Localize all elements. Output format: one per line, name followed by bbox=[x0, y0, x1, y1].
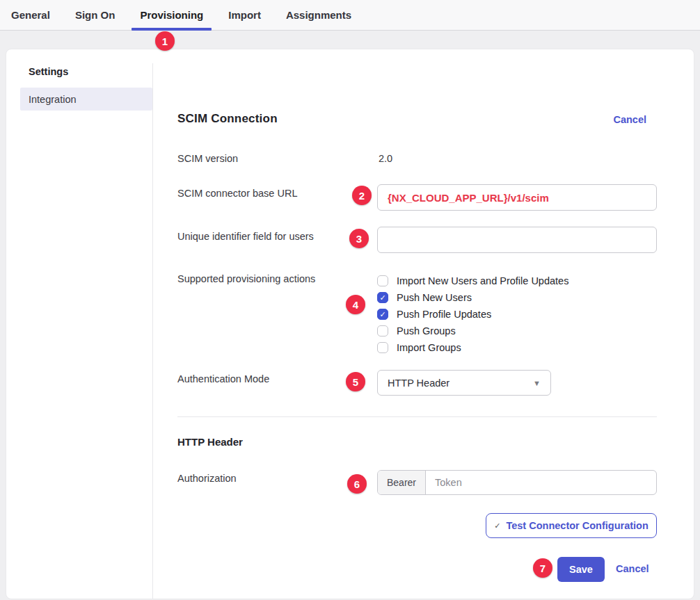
sidebar-heading-settings: Settings bbox=[29, 66, 68, 77]
checkbox-label: Push Profile Updates bbox=[397, 309, 491, 320]
checkbox-label: Import New Users and Profile Updates bbox=[397, 275, 568, 286]
tab-assignments[interactable]: Assignments bbox=[286, 0, 351, 30]
annotation-step-badge-2: 2 bbox=[352, 186, 372, 205]
bearer-prefix: Bearer bbox=[378, 471, 426, 494]
unique-identifier-label: Unique identifier field for users bbox=[177, 231, 314, 242]
test-connector-configuration-button[interactable]: ✓ Test Connector Configuration bbox=[486, 513, 657, 538]
annotation-step-badge-1: 1 bbox=[155, 31, 175, 51]
checkbox[interactable]: ✓ bbox=[377, 292, 388, 303]
unique-identifier-input[interactable] bbox=[377, 227, 657, 253]
tab-provisioning[interactable]: Provisioning bbox=[140, 0, 203, 30]
annotation-step-badge-7: 7 bbox=[533, 558, 552, 578]
checkbox-row-push-profile-updates[interactable]: ✓ Push Profile Updates bbox=[377, 306, 568, 323]
checkbox-label: Push Groups bbox=[397, 325, 456, 337]
base-url-label: SCIM connector base URL bbox=[177, 188, 297, 199]
section-divider bbox=[177, 416, 657, 417]
checkbox-label: Push New Users bbox=[397, 292, 472, 303]
checkbox-label: Import Groups bbox=[397, 342, 461, 353]
checkbox[interactable]: ✓ bbox=[377, 342, 388, 353]
checkbox-row-push-groups[interactable]: ✓ Push Groups bbox=[377, 323, 568, 339]
check-icon: ✓ bbox=[379, 294, 385, 302]
checkbox-row-import-groups[interactable]: ✓ Import Groups bbox=[377, 339, 568, 356]
checkbox[interactable]: ✓ bbox=[377, 275, 388, 286]
cancel-link-top[interactable]: Cancel bbox=[613, 114, 646, 125]
checkbox-row-push-new-users[interactable]: ✓ Push New Users bbox=[377, 289, 568, 306]
cancel-link-bottom[interactable]: Cancel bbox=[616, 563, 649, 574]
checkbox-row-import-new-users[interactable]: ✓ Import New Users and Profile Updates bbox=[377, 273, 568, 289]
tab-import[interactable]: Import bbox=[228, 0, 261, 30]
app-tab-bar: General Sign On Provisioning Import Assi… bbox=[0, 0, 700, 31]
annotation-step-badge-6: 6 bbox=[347, 474, 367, 494]
auth-mode-label: Authentication Mode bbox=[177, 373, 269, 384]
provisioning-panel: Settings Integration SCIM Connection Can… bbox=[6, 49, 694, 599]
sidebar-item-integration[interactable]: Integration bbox=[20, 88, 152, 111]
checkbox[interactable]: ✓ bbox=[377, 325, 388, 337]
test-connector-button-label: Test Connector Configuration bbox=[506, 520, 648, 531]
scim-version-label: SCIM version bbox=[177, 153, 238, 164]
chevron-down-icon: ▼ bbox=[533, 379, 541, 387]
check-icon: ✓ bbox=[494, 521, 500, 530]
base-url-input[interactable] bbox=[377, 184, 657, 211]
tab-sign-on[interactable]: Sign On bbox=[75, 0, 116, 30]
provisioning-actions-list: ✓ Import New Users and Profile Updates ✓… bbox=[377, 273, 568, 356]
provisioning-actions-label: Supported provisioning actions bbox=[177, 273, 315, 284]
annotation-step-badge-3: 3 bbox=[349, 229, 369, 248]
http-header-section-heading: HTTP Header bbox=[177, 436, 243, 448]
tab-general[interactable]: General bbox=[11, 0, 50, 30]
authorization-input-group: Bearer bbox=[377, 470, 657, 495]
sidebar-divider bbox=[152, 63, 153, 599]
check-icon: ✓ bbox=[379, 311, 385, 318]
auth-mode-select[interactable]: HTTP Header ▼ bbox=[377, 370, 551, 396]
token-input[interactable] bbox=[426, 471, 656, 494]
sidebar-item-label: Integration bbox=[29, 94, 77, 105]
auth-mode-selected-value: HTTP Header bbox=[388, 378, 450, 389]
annotation-step-badge-4: 4 bbox=[346, 295, 365, 314]
page-title: SCIM Connection bbox=[177, 112, 278, 126]
save-button[interactable]: Save bbox=[557, 557, 605, 582]
checkbox[interactable]: ✓ bbox=[377, 309, 388, 320]
annotation-step-badge-5: 5 bbox=[346, 372, 365, 391]
scim-version-value: 2.0 bbox=[379, 153, 392, 164]
authorization-label: Authorization bbox=[177, 473, 237, 484]
